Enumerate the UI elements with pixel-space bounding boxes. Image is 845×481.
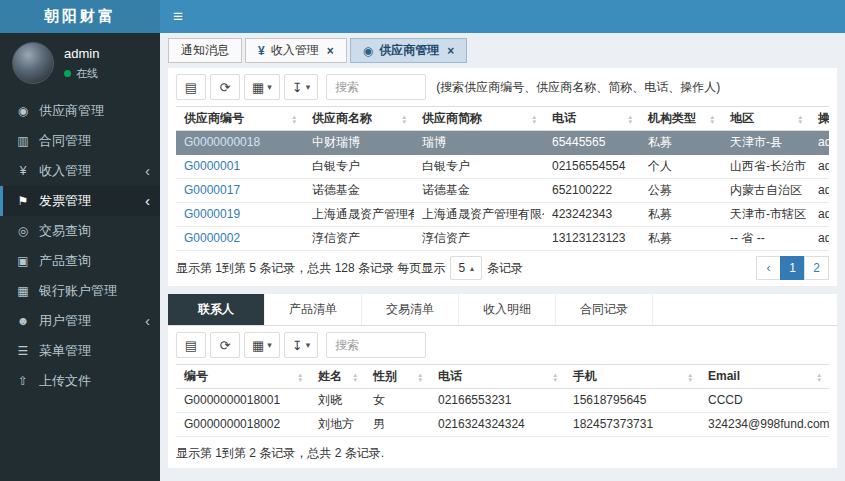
tab-trade-list[interactable]: 交易清单 — [362, 294, 459, 325]
supplier-id-link[interactable]: G0000001 — [184, 159, 240, 173]
col-label: 性别 — [373, 370, 397, 383]
chevron-left-icon: ‹ — [145, 166, 150, 176]
sidebar-item-menu-mgmt[interactable]: ☰ 菜单管理 — [0, 336, 160, 366]
page-2-button[interactable]: 2 — [804, 256, 829, 280]
sidebar-item-invoice-mgmt[interactable]: ⚑ 发票管理 ‹ — [0, 186, 160, 216]
cell-region: 天津市-县 — [722, 131, 810, 155]
user-panel: admin 在线 — [0, 33, 160, 94]
col-phone[interactable]: 电话 — [544, 107, 640, 131]
contact-toolbar: ▤ ⟳ ▦ ▾ ↧ ▾ — [176, 332, 829, 358]
search-input[interactable] — [326, 332, 426, 358]
sidebar-item-income-mgmt[interactable]: ¥ 收入管理 ‹ — [0, 156, 160, 186]
supplier-id-link[interactable]: G0000017 — [184, 183, 240, 197]
sort-icon[interactable] — [710, 114, 714, 124]
detail-panel: 联系人 产品清单 交易清单 收入明细 合同记录 ▤ ⟳ — [168, 294, 837, 468]
sort-icon[interactable] — [798, 114, 802, 124]
page-1-button[interactable]: 1 — [780, 256, 805, 280]
tab-contract-records[interactable]: 合同记录 — [556, 294, 653, 325]
table-row[interactable]: G0000017 诺德基金 诺德基金 652100222 公募 内蒙古自治区 a… — [176, 179, 829, 203]
sidebar-item-bank-account-mgmt[interactable]: ▦ 银行账户管理 — [0, 276, 160, 306]
col-label: 电话 — [438, 370, 462, 383]
refresh-button[interactable]: ⟳ — [210, 332, 240, 358]
col-supplier-abbr[interactable]: 供应商简称 — [414, 107, 544, 131]
contact-header-row: 编号 姓名 性别 电话 手机 Email — [176, 365, 829, 389]
cell-abbr: 淳信资产 — [414, 227, 544, 251]
col-org-type[interactable]: 机构类型 — [640, 107, 722, 131]
sidebar-item-supplier-mgmt[interactable]: ◉ 供应商管理 — [0, 96, 160, 126]
col-gender[interactable]: 性别 — [365, 365, 430, 389]
sort-icon[interactable] — [292, 114, 296, 124]
columns-button[interactable]: ▦ ▾ — [244, 332, 280, 358]
cell-name: 上海通晟资产管理有限公司 — [304, 203, 414, 227]
sort-icon[interactable] — [817, 372, 821, 382]
sidebar-item-contract-mgmt[interactable]: ▥ 合同管理 — [0, 126, 160, 156]
menu-lines-icon: ☰ — [15, 344, 31, 358]
sidebar-item-trade-query[interactable]: ◎ 交易查询 — [0, 216, 160, 246]
table-row[interactable]: G0000000018 中财瑞博 瑞博 65445565 私募 天津市-县 ad… — [176, 131, 829, 155]
table-row[interactable]: G0000000018001 刘晓 女 02166553231 15618795… — [176, 389, 829, 413]
cell-abbr: 上海通晟资产管理有限公司 — [414, 203, 544, 227]
col-contact-id[interactable]: 编号 — [176, 365, 310, 389]
supplier-id-link[interactable]: G0000019 — [184, 207, 240, 221]
cell-id: G0000000018002 — [176, 413, 310, 437]
col-label: 供应商名称 — [312, 112, 372, 125]
tab-label: 供应商管理 — [379, 42, 439, 59]
supplier-id-link[interactable]: G0000000018 — [184, 135, 260, 149]
refresh-button[interactable]: ⟳ — [210, 74, 240, 100]
close-icon[interactable]: × — [447, 44, 454, 58]
search-input[interactable] — [326, 74, 426, 100]
close-icon[interactable]: × — [327, 44, 334, 58]
brand-logo[interactable]: 朝阳财富 — [0, 0, 160, 33]
sidebar-item-product-query[interactable]: ▣ 产品查询 — [0, 246, 160, 276]
col-contact-name[interactable]: 姓名 — [310, 365, 365, 389]
table-row[interactable]: G0000019 上海通晟资产管理有限公司 上海通晟资产管理有限公司 42324… — [176, 203, 829, 227]
columns-icon: ▦ — [252, 338, 264, 353]
col-supplier-id[interactable]: 供应商编号 — [176, 107, 304, 131]
tab-supplier-mgmt[interactable]: ◉ 供应商管理 × — [350, 38, 468, 63]
col-region[interactable]: 地区 — [722, 107, 810, 131]
contact-table-wrap: 编号 姓名 性别 电话 手机 Email G000000 — [176, 364, 829, 437]
tab-income-mgmt[interactable]: ¥ 收入管理 × — [245, 38, 347, 63]
document-icon: ▥ — [15, 134, 31, 148]
sort-icon[interactable] — [402, 114, 406, 124]
col-mobile[interactable]: 手机 — [565, 365, 700, 389]
sidebar-item-user-mgmt[interactable]: ☻ 用户管理 ‹ — [0, 306, 160, 336]
chevron-left-icon: ‹ — [145, 316, 150, 326]
page-prev-button[interactable]: ‹ — [756, 256, 781, 280]
col-operator[interactable]: 操作人 — [810, 107, 829, 131]
supplier-id-link[interactable]: G0000002 — [184, 231, 240, 245]
table-row[interactable]: G0000000018002 刘地方 男 0216324324324 18245… — [176, 413, 829, 437]
page-size-dropdown[interactable]: 5 ▴ — [450, 256, 482, 280]
supplier-panel: ▤ ⟳ ▦ ▾ ↧ ▾ (搜索供应商编号、供应商名称、简称、电话、操作人) — [168, 68, 837, 286]
col-phone[interactable]: 电话 — [430, 365, 565, 389]
export-button[interactable]: ↧ ▾ — [284, 74, 318, 100]
tab-contacts[interactable]: 联系人 — [168, 294, 265, 325]
tab-income-detail[interactable]: 收入明细 — [459, 294, 556, 325]
sort-icon[interactable] — [688, 372, 692, 382]
sort-icon[interactable] — [298, 372, 302, 382]
toggle-view-button[interactable]: ▤ — [176, 74, 206, 100]
cell-type: 私募 — [640, 203, 722, 227]
sidebar-item-upload-file[interactable]: ⇧ 上传文件 — [0, 366, 160, 396]
export-button[interactable]: ↧ ▾ — [284, 332, 318, 358]
sort-icon[interactable] — [418, 372, 422, 382]
cell-name: 诺德基金 — [304, 179, 414, 203]
hamburger-menu-icon[interactable]: ≡ — [173, 7, 183, 27]
col-supplier-name[interactable]: 供应商名称 — [304, 107, 414, 131]
sort-icon[interactable] — [532, 114, 536, 124]
tab-notifications[interactable]: 通知消息 — [168, 38, 242, 63]
columns-button[interactable]: ▦ ▾ — [244, 74, 280, 100]
sort-icon[interactable] — [553, 372, 557, 382]
toggle-view-button[interactable]: ▤ — [176, 332, 206, 358]
table-row[interactable]: G0000001 白银专户 白银专户 02156554554 个人 山西省-长治… — [176, 155, 829, 179]
page-size-value: 5 — [458, 261, 465, 275]
yen-icon: ¥ — [258, 44, 265, 58]
col-email[interactable]: Email — [700, 365, 829, 389]
table-row[interactable]: G0000002 淳信资产 淳信资产 13123123123 私募 -- 省 -… — [176, 227, 829, 251]
cell-region: -- 省 -- — [722, 227, 810, 251]
sort-icon[interactable] — [628, 114, 632, 124]
tab-product-list[interactable]: 产品清单 — [265, 294, 362, 325]
cell-region: 天津市-市辖区 — [722, 203, 810, 227]
sort-icon[interactable] — [353, 372, 357, 382]
cell-name: 淳信资产 — [304, 227, 414, 251]
